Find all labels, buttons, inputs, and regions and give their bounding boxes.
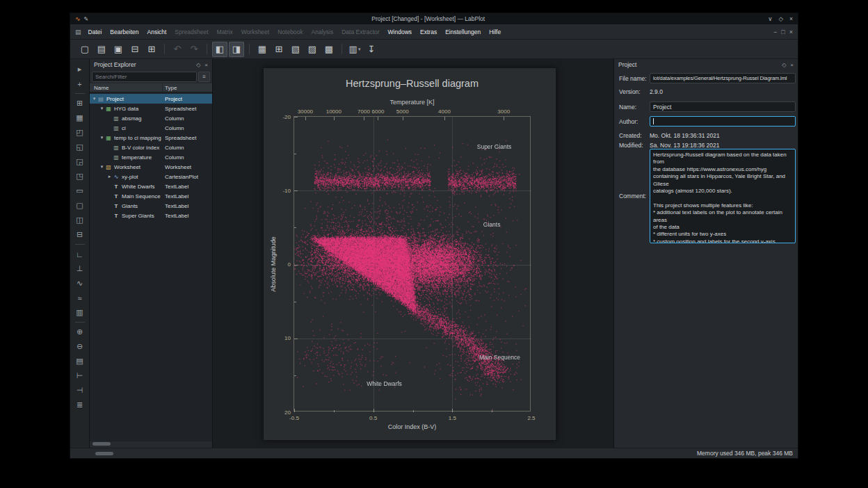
save-project-button[interactable]: ▣ [111, 42, 126, 57]
add-image-button[interactable]: ▢ [73, 199, 86, 212]
tree-row-b-v-color-index[interactable]: ▥B-V color indexColumn [90, 143, 212, 152]
zoom-out-button[interactable]: ⊖ [73, 340, 86, 353]
project-explorer-titlebar[interactable]: Project Explorer ◇ × [90, 59, 212, 70]
column-header-name[interactable]: Name [90, 83, 163, 92]
tree-header[interactable]: Name Type [90, 83, 212, 92]
annotation-giants[interactable]: Giants [483, 221, 501, 228]
zoom-in-button[interactable]: ⊕ [73, 325, 86, 339]
select-tool-button[interactable]: ▸ [73, 63, 86, 76]
tree-item-type: Spreadsheet [163, 106, 212, 112]
column-header-type[interactable]: Type [163, 85, 212, 91]
scrollbar-thumb[interactable] [93, 442, 111, 446]
tree-row-ci[interactable]: ▥ciColumn [90, 123, 212, 133]
new-matrix-button[interactable]: ⊞ [271, 42, 287, 57]
search-input[interactable] [92, 72, 197, 82]
collapse-arrow-icon[interactable]: ▾ [99, 106, 105, 111]
x-axis-title[interactable]: Color Index (B-V) [388, 423, 437, 430]
add-plot-top-right-axes-button[interactable]: ◳ [73, 170, 86, 183]
annotation-super-giants[interactable]: Super Giants [477, 143, 512, 150]
plot-title[interactable]: Hertzsprung–Russell diagram [294, 78, 531, 89]
collapse-arrow-icon[interactable]: ▾ [99, 135, 105, 140]
minimize-icon[interactable]: ∨ [768, 15, 772, 22]
tree-row-temperature[interactable]: ▥temperatureColumn [90, 152, 212, 162]
name-field[interactable] [650, 101, 796, 112]
subwindow-restore-icon[interactable]: □ [781, 29, 785, 35]
toggle-project-explorer-button[interactable]: ◧ [212, 42, 227, 57]
zoom-select-button[interactable]: ▤ [73, 355, 86, 368]
add-xy-curve-button[interactable]: ∿ [73, 277, 86, 290]
tree-row-white-dwarfs[interactable]: TWhite DwarfsTextLabel [90, 181, 212, 191]
worksheet-page[interactable]: Hertzsprung–Russell diagram Temperature … [263, 67, 556, 441]
add-histogram-button[interactable]: ▥ [73, 306, 86, 319]
horizontal-layout-button[interactable]: ⊟ [73, 228, 86, 241]
add-plot-top-left-axes-button[interactable]: ◰ [73, 126, 86, 139]
tree-row-super-giants[interactable]: TSuper GiantsTextLabel [90, 211, 212, 220]
tree-row-main-sequence[interactable]: TMain SequenceTextLabel [90, 191, 212, 201]
close-icon[interactable]: × [789, 15, 793, 22]
expand-arrow-icon[interactable]: ▸ [106, 174, 113, 179]
menu-ansicht[interactable]: Ansicht [143, 27, 170, 37]
add-box-plot-button[interactable]: ▦ [73, 111, 86, 124]
maximize-icon[interactable]: ◇ [778, 15, 783, 22]
x2-axis-title[interactable]: Temperature [K] [389, 99, 434, 106]
menu-hilfe[interactable]: Hilfe [485, 27, 505, 37]
tree-row-xy-plot[interactable]: ▸∿xy-plotCartesianPlot [90, 172, 212, 181]
file-name-field[interactable] [650, 73, 796, 83]
float-dock-icon[interactable]: ◇ [196, 62, 200, 68]
new-spreadsheet-button[interactable]: ▦ [255, 42, 270, 57]
open-folder-icon: ▤ [97, 44, 106, 54]
zoom-y-select-button[interactable]: ⊣ [73, 384, 86, 397]
add-plot-bottom-left-axes-button[interactable]: ◱ [73, 140, 86, 154]
navigate-button[interactable]: ≣ [73, 398, 86, 412]
author-field[interactable] [650, 116, 796, 127]
subwindow-close-icon[interactable]: × [789, 29, 793, 35]
horizontal-layout-icon: ⊟ [77, 230, 83, 239]
new-worksheet-button[interactable]: ▧ [288, 42, 303, 57]
tree-row-project[interactable]: ▾▤ProjectProject [90, 94, 212, 104]
new-object-button[interactable]: ▥▾ [347, 42, 362, 57]
annotation-main-sequence[interactable]: Main Sequence [479, 354, 520, 361]
comment-field[interactable]: Hertzsprung-Russell diagram based on the… [650, 149, 796, 243]
menu-extras[interactable]: Extras [416, 27, 441, 37]
filter-options-button[interactable]: ≡ [198, 72, 210, 82]
tree-horizontal-scrollbar[interactable] [92, 442, 210, 446]
new-note-button[interactable]: ▩ [321, 42, 337, 57]
explorer-hscrollbar-pill[interactable] [95, 452, 113, 455]
annotation-white-dwarfs[interactable]: White Dwarfs [367, 380, 402, 387]
add-plot-bottom-right-axes-button[interactable]: ◲ [73, 155, 86, 168]
crosshair-tool-button[interactable]: + [73, 77, 86, 90]
menu-windows[interactable]: Windows [384, 27, 416, 37]
menu-einstellungen[interactable]: Einstellungen [441, 27, 485, 37]
tree-row-absmag[interactable]: ▥absmagColumn [90, 113, 212, 123]
collapse-arrow-icon[interactable]: ▾ [99, 164, 105, 170]
menu-datei[interactable]: Datei [84, 27, 106, 37]
close-dock-icon[interactable]: × [204, 62, 208, 68]
collapse-arrow-icon[interactable]: ▾ [91, 96, 97, 101]
toggle-properties-explorer-button[interactable]: ◨ [229, 42, 244, 57]
float-dock-icon[interactable]: ◇ [782, 62, 786, 68]
new-notebook-button[interactable]: ▨ [305, 42, 320, 57]
properties-titlebar[interactable]: Project ◇ × [614, 59, 798, 70]
print-preview-button[interactable]: ⊞ [144, 42, 159, 57]
add-text-label-button[interactable]: ▭ [73, 184, 86, 197]
add-equation-curve-button[interactable]: ≈ [73, 291, 86, 304]
menu-bearbeiten[interactable]: Bearbeiten [106, 27, 143, 37]
titlebar[interactable]: ∿ ✎ Project [Changed] - [Worksheet] — La… [70, 13, 798, 24]
vertical-layout-button[interactable]: ◫ [73, 213, 86, 227]
close-dock-icon[interactable]: × [790, 62, 794, 68]
add-legend-button[interactable]: ⊥ [73, 262, 86, 275]
y-axis-title[interactable]: Absolute Magnitude [270, 236, 277, 292]
tree-row-temp-to-ci-mapping[interactable]: ▾▦temp to ci mappingSpreadsheet [90, 133, 212, 143]
zoom-x-select-button[interactable]: ⊢ [73, 369, 86, 382]
add-four-axes-plot-button[interactable]: ⊞ [73, 97, 86, 110]
new-project-button[interactable]: ▢ [77, 42, 93, 57]
tree-row-giants[interactable]: TGiantsTextLabel [90, 201, 212, 211]
add-axis-button[interactable]: ∟ [73, 247, 86, 261]
print-button[interactable]: ⊟ [127, 42, 143, 57]
import-button[interactable]: ↧ [364, 42, 379, 57]
tree-row-worksheet[interactable]: ▾▧WorksheetWorksheet [90, 162, 212, 172]
subwindow-minimize-icon[interactable]: − [773, 29, 777, 35]
plot-canvas[interactable] [294, 117, 531, 412]
tree-row-hyg-data[interactable]: ▾▦HYG dataSpreadsheet [90, 104, 212, 113]
open-project-button[interactable]: ▤ [94, 42, 109, 57]
